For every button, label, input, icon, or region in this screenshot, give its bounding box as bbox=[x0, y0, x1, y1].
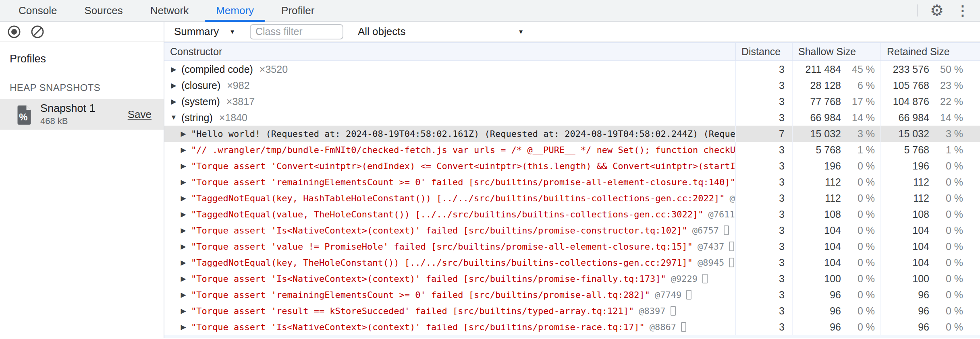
table-row[interactable]: ▶ (compiled code) ×3520 3 211 484 45 % 2… bbox=[164, 61, 980, 77]
retained-size-percent: 0 % bbox=[929, 289, 963, 301]
retained-size-value: 112 bbox=[881, 176, 929, 188]
expander-triangle-icon[interactable]: ▶ bbox=[180, 258, 187, 267]
distance-value: 7 bbox=[735, 126, 792, 142]
table-row[interactable]: ▶ "TaggedNotEqual(key, TheHoleConstant()… bbox=[164, 254, 980, 271]
snapshot-list-item[interactable]: % Snapshot 1 468 kB Save bbox=[0, 99, 164, 130]
shallow-size-value: 104 bbox=[793, 225, 841, 236]
column-header-retained-size[interactable]: Retained Size bbox=[880, 43, 978, 60]
tab-sources[interactable]: Sources bbox=[71, 0, 136, 21]
table-row[interactable]: ▶ "Torque assert 'result == kStoreSucced… bbox=[164, 303, 980, 319]
retained-size-percent: 23 % bbox=[929, 80, 963, 91]
table-row[interactable]: ▼ (string) ×1840 3 66 984 14 % 66 984 14… bbox=[164, 110, 980, 126]
save-snapshot-link[interactable]: Save bbox=[128, 108, 152, 121]
record-heap-snapshot-icon[interactable] bbox=[7, 25, 21, 39]
table-row[interactable]: ▶ (system) ×3817 3 77 768 17 % 104 876 2… bbox=[164, 93, 980, 110]
class-filter-input[interactable] bbox=[250, 24, 343, 39]
tab-console[interactable]: Console bbox=[5, 0, 71, 21]
distance-value: 3 bbox=[735, 206, 792, 222]
shallow-size-percent: 0 % bbox=[841, 273, 875, 285]
string-value: "Hello world! (Requested at: 2024-08-19T… bbox=[191, 129, 735, 139]
string-value: "Torque assert 'Is<NativeContext>(contex… bbox=[191, 274, 666, 284]
chevron-down-icon: ▼ bbox=[518, 28, 524, 35]
expander-triangle-icon[interactable]: ▶ bbox=[180, 162, 187, 170]
expander-triangle-icon[interactable]: ▶ bbox=[180, 210, 187, 219]
table-row[interactable]: ▶ (closure) ×982 3 28 128 6 % 105 768 23… bbox=[164, 77, 980, 93]
table-row[interactable]: ▶ "// .wrangler/tmp/bundle-FmNIt0/checke… bbox=[164, 142, 980, 158]
svg-text:%: % bbox=[19, 112, 27, 122]
table-row[interactable]: ▶ "Hello world! (Requested at: 2024-08-1… bbox=[164, 126, 980, 142]
retained-size-value: 104 bbox=[881, 225, 929, 236]
shallow-size-percent: 1 % bbox=[841, 144, 875, 156]
toolbar-divider bbox=[917, 4, 918, 17]
distance-value: 3 bbox=[735, 303, 792, 319]
retained-size-percent: 0 % bbox=[929, 241, 963, 252]
snapshot-toolbar: Summary ▼ All objects ▼ bbox=[164, 22, 980, 42]
retained-size-percent: 0 % bbox=[929, 225, 963, 236]
table-row[interactable]: ▶ "Torque assert 'Is<NativeContext>(cont… bbox=[164, 319, 980, 335]
object-id: @6757 bbox=[692, 225, 719, 236]
retained-size-value: 96 bbox=[881, 289, 929, 301]
distance-value: 3 bbox=[735, 174, 792, 190]
expander-triangle-icon[interactable]: ▶ bbox=[180, 242, 187, 251]
table-row[interactable]: ▶ "TaggedNotEqual(value, TheHoleConstant… bbox=[164, 206, 980, 222]
profiles-sidebar: Profiles HEAP SNAPSHOTS % Snapshot 1 468… bbox=[0, 22, 164, 338]
tab-memory[interactable]: Memory bbox=[202, 0, 268, 21]
string-value: "Torque assert 'value != PromiseHole' fa… bbox=[191, 242, 693, 252]
heap-snapshots-section-label: HEAP SNAPSHOTS bbox=[10, 82, 164, 93]
expander-triangle-icon[interactable]: ▶ bbox=[180, 178, 187, 186]
string-value: "Torque assert 'Is<NativeContext>(contex… bbox=[191, 225, 687, 236]
object-id: @9229 bbox=[671, 274, 698, 284]
expander-triangle-icon[interactable]: ▶ bbox=[180, 323, 187, 331]
table-row[interactable]: ▶ "Torque assert 'Is<NativeContext>(cont… bbox=[164, 271, 980, 287]
table-row[interactable]: ▶ "Torque assert 'Is<NativeContext>(cont… bbox=[164, 222, 980, 238]
clear-profiles-icon[interactable] bbox=[31, 25, 44, 39]
table-row[interactable]: ▶ "Torque assert 'Convert<uintptr>(endIn… bbox=[164, 158, 980, 174]
retained-size-value: 112 bbox=[881, 192, 929, 204]
expander-triangle-icon[interactable]: ▼ bbox=[170, 114, 177, 122]
retained-size-value: 96 bbox=[881, 321, 929, 333]
retained-size-value: 104 bbox=[881, 257, 929, 269]
column-header-shallow-size[interactable]: Shallow Size bbox=[792, 43, 880, 60]
expander-triangle-icon[interactable]: ▶ bbox=[170, 97, 177, 106]
retained-size-percent: 0 % bbox=[929, 192, 963, 204]
expander-triangle-icon[interactable]: ▶ bbox=[170, 81, 177, 90]
column-header-distance[interactable]: Distance bbox=[735, 43, 792, 60]
column-header-constructor[interactable]: Constructor bbox=[164, 43, 735, 60]
perspective-select[interactable]: Summary ▼ bbox=[168, 22, 241, 41]
table-row[interactable]: ▶ "Torque assert 'remainingElementsCount… bbox=[164, 174, 980, 190]
retained-size-percent: 0 % bbox=[929, 273, 963, 285]
string-value: "Torque assert 'Is<NativeContext>(contex… bbox=[191, 322, 645, 332]
shallow-size-value: 96 bbox=[793, 289, 841, 301]
expander-triangle-icon[interactable]: ▶ bbox=[180, 130, 187, 138]
table-row[interactable]: ▶ "TaggedNotEqual(key, HashTableHoleCons… bbox=[164, 190, 980, 206]
distance-value: 3 bbox=[735, 222, 792, 238]
expander-triangle-icon[interactable]: ▶ bbox=[180, 226, 187, 235]
object-id: @8397 bbox=[639, 306, 665, 316]
object-id: @8867 bbox=[650, 322, 676, 332]
missing-glyph-box-icon bbox=[686, 290, 691, 300]
table-row[interactable]: ▶ "Torque assert 'remainingElementsCount… bbox=[164, 287, 980, 303]
distance-value: 3 bbox=[735, 254, 792, 271]
expander-triangle-icon[interactable]: ▶ bbox=[180, 194, 187, 203]
expander-triangle-icon[interactable]: ▶ bbox=[170, 65, 177, 74]
table-row[interactable]: ▶ "Torque assert 'value != PromiseHole' … bbox=[164, 238, 980, 254]
expander-triangle-icon[interactable]: ▶ bbox=[180, 307, 187, 315]
distance-value: 3 bbox=[735, 61, 792, 77]
retained-size-value: 66 984 bbox=[881, 112, 929, 124]
retained-size-value: 5 768 bbox=[881, 144, 929, 156]
missing-glyph-box-icon bbox=[724, 225, 729, 235]
shallow-size-value: 196 bbox=[793, 160, 841, 172]
profiles-title: Profiles bbox=[10, 53, 164, 65]
distance-value: 3 bbox=[735, 271, 792, 287]
expander-triangle-icon[interactable]: ▶ bbox=[180, 146, 187, 154]
tab-network[interactable]: Network bbox=[137, 0, 202, 21]
expander-triangle-icon[interactable]: ▶ bbox=[180, 275, 187, 283]
tab-profiler[interactable]: Profiler bbox=[268, 0, 328, 21]
objects-filter-select[interactable]: All objects ▼ bbox=[352, 22, 529, 41]
missing-glyph-box-icon bbox=[681, 322, 686, 332]
expander-triangle-icon[interactable]: ▶ bbox=[180, 291, 187, 299]
retained-size-percent: 0 % bbox=[929, 257, 963, 269]
more-options-icon[interactable]: ⋮ bbox=[956, 4, 970, 17]
retained-size-percent: 50 % bbox=[929, 64, 963, 75]
settings-gear-icon[interactable]: ⚙ bbox=[930, 3, 944, 18]
